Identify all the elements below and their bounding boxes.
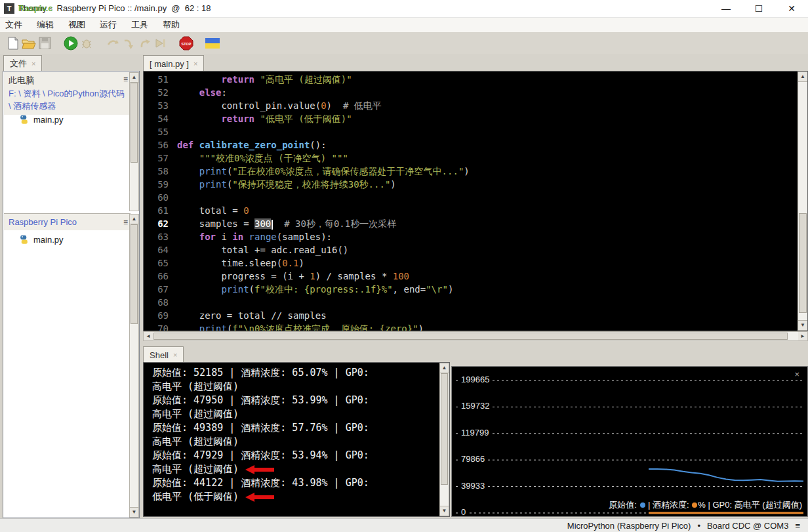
scroll-down-icon[interactable]: ▼ [130, 507, 138, 517]
scroll-down-icon[interactable]: ▼ [440, 506, 449, 516]
line-number: 61 [144, 204, 177, 217]
tab-files[interactable]: 文件 × [3, 55, 42, 72]
device-file-main-py[interactable]: main.py [19, 235, 64, 245]
scroll-left-icon[interactable]: ◄ [144, 332, 153, 340]
code-editor[interactable]: 51 return "高电平 (超过阈值)"52 else:53 control… [143, 71, 808, 331]
editor-vscrollbar[interactable]: ▲ ▼ [798, 72, 807, 331]
local-files-menu-icon[interactable]: ≡ [123, 75, 128, 84]
debug-script-button[interactable] [79, 35, 94, 51]
tab-shell-close-icon[interactable]: × [173, 351, 177, 359]
scrollbar-thumb[interactable] [131, 83, 138, 163]
editor-code[interactable]: 51 return "高电平 (超过阈值)"52 else:53 control… [144, 73, 797, 331]
step-out-icon [138, 37, 151, 50]
device-title[interactable]: Raspberry Pi Pico [4, 214, 131, 230]
code-text: progress = (i + 1) / samples * 100 [177, 270, 409, 283]
line-number: 51 [144, 73, 177, 86]
step-into-icon [122, 37, 135, 50]
code-token: def [177, 140, 193, 150]
editor-hscrollbar[interactable]: ◄ ► [143, 331, 808, 341]
this-pc-label[interactable]: 此电脑 [4, 72, 131, 87]
y-tick-label: 159732 [458, 401, 492, 411]
close-button[interactable]: ✕ [782, 3, 801, 14]
code-token: ) [464, 166, 469, 176]
code-text: print(f"\n0%浓度点校准完成, 原始值: {zero}") [177, 322, 424, 331]
code-text: total = 0 [177, 204, 249, 217]
series-raw-value [649, 469, 803, 481]
device-files-scrollbar[interactable]: ▲ ▼ [129, 214, 139, 518]
code-token: "高电平 (超过阈值)" [260, 74, 352, 85]
code-token: ) [390, 179, 395, 190]
interpreter-status[interactable]: MicroPython (Raspberry Pi Pico) [567, 521, 691, 531]
ukraine-support-button[interactable] [205, 35, 220, 51]
code-token: 1 [310, 271, 315, 281]
device-files-menu-icon[interactable]: ≡ [123, 218, 128, 227]
scroll-up-icon[interactable]: ▲ [130, 73, 138, 83]
code-token: (samples): [277, 232, 332, 242]
code-token: "低电平 (低于阈值)" [260, 113, 352, 124]
step-over-button[interactable] [105, 35, 121, 51]
shell-line-text: 高电平 (超过阈值) [152, 408, 239, 420]
stop-restart-button[interactable]: STOP [178, 35, 194, 51]
code-token: 0 [243, 205, 249, 216]
tab-main-py[interactable]: [ main.py ] × [143, 55, 204, 72]
shell-vscrollbar[interactable]: ▲ ▼ [439, 363, 449, 516]
code-token [177, 113, 221, 124]
code-text: for i in range(samples): [177, 230, 332, 243]
local-files-scrollbar[interactable]: ▲ [129, 72, 139, 211]
menu-edit[interactable]: 编辑 [37, 19, 54, 31]
current-path-line2[interactable]: \ 酒精传感器 [4, 100, 131, 115]
run-script-button[interactable] [63, 35, 79, 51]
scroll-up-icon[interactable]: ▲ [798, 72, 807, 82]
step-out-button[interactable] [136, 35, 152, 51]
code-line: 53 control_pin.value(0) # 低电平 [144, 99, 797, 112]
scroll-right-icon[interactable]: ► [798, 332, 807, 340]
current-path-line1[interactable]: F: \ 资料 \ Pico的Python源代码 [4, 87, 131, 100]
python-file-icon [19, 235, 29, 245]
tab-shell[interactable]: Shell × [143, 346, 184, 363]
line-number: 53 [144, 99, 177, 112]
local-file-main-py[interactable]: main.py [19, 115, 64, 125]
svg-text:STOP: STOP [182, 41, 192, 45]
code-token: "正在校准0%浓度点，请确保传感器处于干净空气中..." [232, 166, 464, 176]
code-token: time.sleep( [177, 258, 282, 268]
line-number: 70 [144, 322, 177, 331]
code-line: 62 samples = 300 # 30秒，每0.1秒一次采样 [144, 217, 797, 230]
menu-tools[interactable]: 工具 [131, 19, 148, 31]
code-token [273, 218, 284, 229]
scrollbar-thumb[interactable] [441, 373, 448, 485]
python-file-icon [19, 115, 29, 125]
menu-view[interactable]: 视图 [68, 19, 85, 31]
maximize-button[interactable]: ☐ [749, 3, 769, 14]
resume-button[interactable] [152, 35, 168, 51]
tab-files-close-icon[interactable]: × [31, 60, 35, 68]
code-token: # 30秒，每0.1秒一次采样 [284, 218, 396, 229]
open-file-button[interactable] [21, 35, 37, 51]
code-token: "\r" [426, 284, 448, 295]
port-status[interactable]: Board CDC @ COM3 [707, 521, 788, 531]
code-line: 59 print("保持环境稳定，校准将持续30秒...") [144, 178, 797, 191]
plotter-close-icon[interactable]: × [794, 369, 799, 379]
line-number: 65 [144, 256, 177, 270]
save-file-button[interactable] [37, 35, 52, 51]
code-token: progress = (i + [177, 271, 310, 281]
scrollbar-thumb[interactable] [131, 224, 138, 324]
scroll-up-icon[interactable]: ▲ [440, 363, 449, 373]
new-file-button[interactable] [5, 35, 21, 51]
menu-bar: 文件 编辑 视图 运行 工具 帮助 [0, 18, 808, 32]
menu-run[interactable]: 运行 [100, 19, 117, 31]
shell-panel[interactable]: 原始值: 52185 | 酒精浓度: 65.07% | GP0:高电平 (超过阈… [143, 362, 450, 517]
step-into-button[interactable] [121, 35, 136, 51]
scrollbar-thumb[interactable] [153, 333, 788, 340]
code-token: 0.1 [282, 258, 298, 268]
menu-help[interactable]: 帮助 [163, 19, 180, 31]
scroll-up-icon[interactable]: ▲ [130, 215, 138, 224]
scroll-down-icon[interactable]: ▼ [798, 320, 807, 330]
step-over-icon [106, 37, 119, 50]
line-number: 62 [144, 217, 177, 230]
status-menu-icon[interactable]: ≡ [795, 521, 800, 531]
line-number: 54 [144, 112, 177, 125]
scrollbar-thumb[interactable] [799, 213, 807, 313]
tab-main-py-close-icon[interactable]: × [193, 60, 197, 68]
minimize-button[interactable]: — [716, 3, 736, 14]
menu-file[interactable]: 文件 [5, 19, 22, 31]
